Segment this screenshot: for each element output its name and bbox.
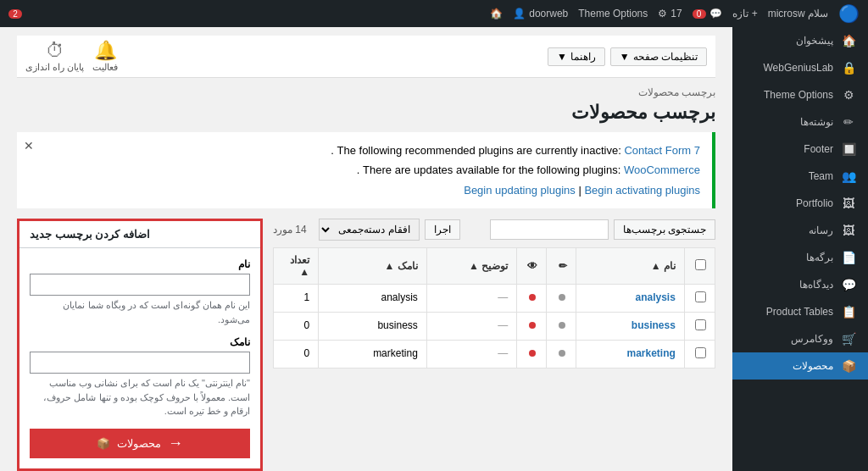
table-row: analysis — — [274, 285, 715, 313]
main-content: تنظیمات صفحه ▼ راهنما ▼ 🔔 فعالیت ⏱ پایان… — [0, 27, 732, 471]
sidebar-item-team[interactable]: 👥 Team — [732, 163, 868, 190]
sidebar-item-pages[interactable]: 📄 برگه‌ها — [732, 244, 868, 271]
notice-link-contact-form[interactable]: Contact Form 7 — [624, 144, 700, 157]
notice-link-woocommerce[interactable]: WooCommerce — [624, 163, 700, 176]
add-tag-box-title: اضافه کردن برچسب جدید — [30, 228, 150, 241]
sidebar-item-media[interactable]: 🖼 رسانه — [732, 217, 868, 244]
product-tables-icon: 📋 — [840, 305, 857, 319]
sidebar-item-webgeniuslab[interactable]: 🔒 WebGeniusLab — [732, 54, 868, 81]
adminbar-user[interactable]: doorweb 👤 — [513, 8, 568, 19]
row1-checkbox-cell — [684, 285, 715, 313]
adminbar-new[interactable]: + تازه — [732, 8, 758, 19]
col-slug[interactable]: نامک ▲ — [319, 248, 427, 285]
sidebar-label-posts: نوشته‌ها — [741, 116, 833, 128]
sidebar-item-portfolio[interactable]: 🖼 Portfolio — [732, 190, 868, 217]
add-tag-submit-button[interactable]: → محصولات 📦 — [30, 429, 250, 458]
slug-input[interactable] — [30, 352, 250, 374]
row1-dot-red — [529, 294, 536, 301]
content-columns: جستجوی برچسب‌ها اجرا افقام دسته‌جمعی 1 — [17, 219, 715, 471]
settings-chevron-icon: ▼ — [620, 51, 630, 63]
row1-dot-gray — [559, 294, 565, 301]
sidebar-label-theme-options: Theme Options — [741, 89, 833, 101]
col-count[interactable]: تعداد ▲ — [274, 248, 319, 285]
wp-wrap: 🏠 پیشخوان 🔒 WebGeniusLab ⚙ Theme Options… — [0, 27, 868, 471]
sidebar-label-comments: دیدگاه‌ها — [741, 279, 833, 291]
bulk-select[interactable]: افقام دسته‌جمعی — [319, 219, 420, 241]
sidebar-item-products[interactable]: 📦 محصولات — [732, 352, 868, 380]
help-chevron-icon: ▼ — [557, 51, 567, 63]
footer-icon: 🔲 — [840, 142, 857, 156]
adminbar-theme-options[interactable]: Theme Options — [578, 8, 648, 19]
screen-settings-button[interactable]: تنظیمات صفحه ▼ — [610, 47, 707, 66]
sidebar-item-comments[interactable]: 💬 دیدگاه‌ها — [732, 271, 868, 298]
adminbar-username: doorweb — [529, 8, 568, 19]
row3-name-link[interactable]: marketing — [627, 347, 676, 359]
sidebar-label-products: محصولات — [741, 360, 833, 372]
search-input[interactable] — [490, 219, 609, 240]
row1-count: 1 — [304, 291, 310, 303]
row1-checkbox[interactable] — [695, 291, 706, 302]
col-count-label: تعداد ▲ — [290, 254, 309, 278]
row1-desc: — — [498, 291, 508, 303]
adminbar-new-label: تازه — [732, 8, 748, 19]
activity-label: فعالیت — [92, 62, 118, 73]
notice-close-button[interactable]: ✕ — [24, 139, 34, 152]
notice-text1-before: The following recommended plugins are cu… — [337, 144, 625, 157]
notice-link-updating[interactable]: Begin updating plugins — [464, 184, 576, 197]
portfolio-icon: 🖼 — [840, 197, 857, 210]
row3-count-cell: 0 — [274, 341, 319, 368]
select-all-checkbox[interactable] — [695, 259, 706, 270]
name-input[interactable] — [30, 274, 250, 296]
row1-name-cell: analysis — [576, 285, 685, 313]
adminbar-home[interactable]: 🏠 — [490, 8, 503, 19]
activity-action[interactable]: 🔔 فعالیت — [92, 40, 118, 73]
edit-icon: ✏ — [559, 260, 567, 272]
woocommerce-icon: 🛒 — [840, 332, 857, 346]
sidebar-item-woocommerce[interactable]: 🛒 ووکامرس — [732, 325, 868, 352]
sidebar-item-product-tables[interactable]: 📋 Product Tables — [732, 298, 868, 325]
apply-button[interactable]: اجرا — [425, 219, 460, 240]
col-slug-label: نامک ▲ — [385, 260, 418, 272]
col-name[interactable]: نام ▲ — [576, 248, 685, 285]
adminbar-updates[interactable]: 17 ⚙ — [658, 8, 682, 19]
col-icon: 👁 — [517, 248, 547, 285]
row3-slug: marketing — [373, 347, 418, 359]
adminbar-theme-options-label: Theme Options — [578, 8, 648, 19]
add-tag-box-body: نام این نام همان گونه‌ای است که در وبگاه… — [19, 248, 260, 468]
row1-name-link[interactable]: analysis — [635, 291, 675, 303]
row2-edit-cell — [547, 313, 576, 341]
adminbar-comments[interactable]: 💬 0 — [693, 8, 722, 19]
notice-line1: The following recommended plugins are cu… — [29, 141, 700, 160]
sidebar-label-subscribers: پیشخوان — [741, 35, 833, 47]
sidebar-item-subscribers[interactable]: 🏠 پیشخوان — [732, 27, 868, 54]
adminbar-site-name: سلام microsw — [768, 8, 828, 19]
sidebar-label-team: Team — [741, 170, 833, 182]
apply-label: اجرا — [434, 224, 451, 236]
row2-dot-gray — [559, 322, 565, 329]
sidebar-item-posts[interactable]: ✏ نوشته‌ها — [732, 108, 868, 136]
search-tags-button[interactable]: جستجوی برچسب‌ها — [614, 219, 715, 240]
notice-link-activating[interactable]: Begin activating plugins — [584, 184, 700, 197]
row2-name-cell: business — [576, 313, 685, 341]
col-name-label: نام ▲ — [651, 260, 676, 272]
help-button[interactable]: راهنما ▼ — [548, 47, 605, 66]
home-icon: 🏠 — [490, 8, 503, 19]
wp-logo-icon[interactable]: 🔵 — [838, 3, 860, 24]
name-hint: این نام همان گونه‌ای است که در وبگاه شما… — [30, 298, 250, 326]
adminbar-left: 🔵 سلام microsw + تازه 💬 0 17 ⚙ Theme Opt… — [490, 3, 860, 24]
row2-name-link[interactable]: business — [632, 319, 676, 331]
row1-desc-cell: — — [426, 285, 516, 313]
row2-count: 0 — [304, 319, 310, 331]
sidebar-item-footer[interactable]: 🔲 Footer — [732, 136, 868, 163]
tags-table-col: جستجوی برچسب‌ها اجرا افقام دسته‌جمعی 1 — [273, 219, 715, 471]
adminbar-site[interactable]: سلام microsw — [768, 8, 828, 19]
row3-checkbox[interactable] — [695, 347, 706, 358]
row2-checkbox[interactable] — [695, 319, 706, 330]
col-desc[interactable]: توضیح ▲ — [426, 248, 516, 285]
update-badge: 2 — [8, 9, 22, 19]
row2-icon-cell — [517, 313, 547, 341]
sidebar-label-webgeniuslab: WebGeniusLab — [741, 62, 833, 74]
sidebar-label-portfolio: Portfolio — [741, 197, 833, 209]
sidebar-item-theme-options[interactable]: ⚙ Theme Options — [732, 81, 868, 108]
setup-action[interactable]: ⏱ پایان راه اندازی — [25, 40, 84, 73]
